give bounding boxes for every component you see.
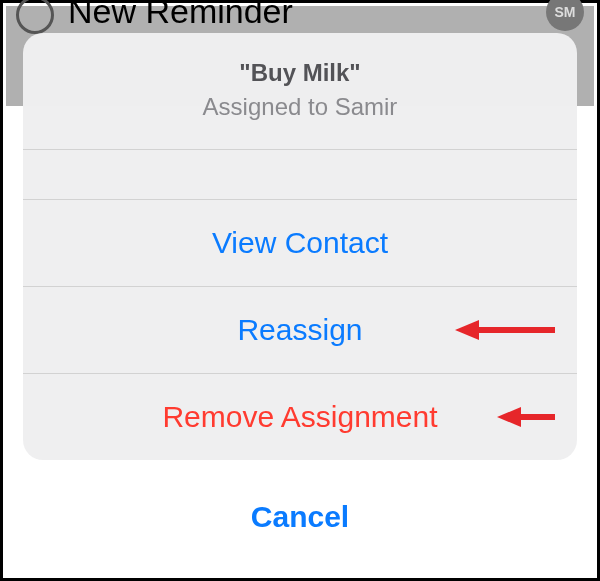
svg-marker-3 bbox=[497, 407, 521, 427]
reassign-label: Reassign bbox=[237, 313, 362, 346]
view-contact-button[interactable]: View Contact bbox=[23, 200, 577, 287]
action-sheet-header: "Buy Milk" Assigned to Samir bbox=[23, 33, 577, 150]
reassign-button[interactable]: Reassign bbox=[23, 287, 577, 374]
annotation-arrow-icon bbox=[455, 318, 555, 342]
action-sheet-spacer bbox=[23, 150, 577, 200]
remove-assignment-button[interactable]: Remove Assignment bbox=[23, 374, 577, 460]
cancel-label: Cancel bbox=[251, 500, 349, 533]
action-sheet-title: "Buy Milk" bbox=[43, 59, 557, 87]
action-sheet-subtitle: Assigned to Samir bbox=[43, 93, 557, 121]
remove-assignment-label: Remove Assignment bbox=[162, 400, 437, 433]
action-sheet: "Buy Milk" Assigned to Samir View Contac… bbox=[23, 33, 577, 460]
annotation-arrow-icon bbox=[497, 405, 555, 429]
svg-marker-1 bbox=[455, 320, 479, 340]
cancel-button[interactable]: Cancel bbox=[23, 474, 577, 560]
view-contact-label: View Contact bbox=[212, 226, 388, 259]
